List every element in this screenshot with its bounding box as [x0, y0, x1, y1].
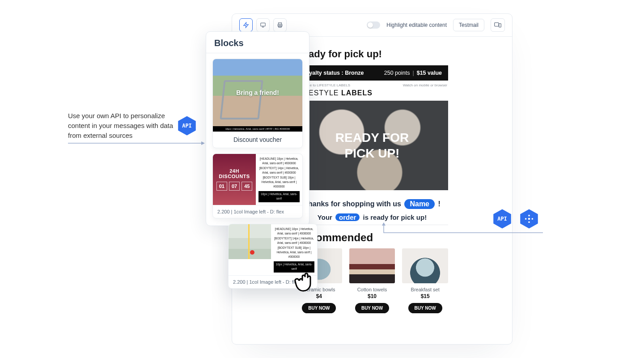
- svg-point-15: [528, 218, 530, 220]
- bolt-icon: [243, 22, 249, 28]
- testmail-button[interactable]: Testmail: [453, 19, 484, 31]
- block-map-thumbnail: [229, 224, 271, 259]
- blocks-panel: Blocks Bring a friend! 16px | Helvetica,…: [206, 31, 309, 226]
- divider: [206, 53, 309, 53]
- block-hero-meta: 16px | Helvetica, Arial, sans-serif | #F…: [213, 126, 302, 132]
- annotation-api-text: Use your own API to personalize content …: [68, 111, 175, 140]
- responsive-button[interactable]: [491, 18, 505, 32]
- product-price: $10: [349, 293, 395, 299]
- points-text: 250 points: [384, 70, 410, 76]
- product-name: Breakfast set: [402, 287, 448, 292]
- desktop-preview-button[interactable]: [256, 18, 270, 32]
- buy-now-button[interactable]: BUY NOW: [302, 303, 336, 313]
- brand-bold: LABELS: [341, 89, 373, 97]
- email-hero-image: READY FOR PICK UP!: [296, 101, 448, 190]
- product-image-towels: [349, 248, 395, 283]
- value-text: $15 value: [417, 70, 442, 76]
- block-row: 24H DISCOUNTS 01 07 45 [HEADLINE] 18px |…: [213, 154, 302, 205]
- product-price: $15: [402, 293, 448, 299]
- toolbar-left: [239, 18, 287, 32]
- inspector-tab-button[interactable]: [239, 18, 253, 32]
- loyalty-bar: Loyalty status : Bronze 250 points|$15 v…: [296, 65, 448, 81]
- sub-post: is ready for pick up!: [361, 213, 427, 221]
- highlight-toggle-label: Highlight editable content: [386, 22, 447, 28]
- order-line: Your order is ready for pick up!: [296, 213, 448, 221]
- spec-footer: 16px | Helvetica, Arial, sans-serif: [258, 191, 300, 202]
- svg-point-19: [532, 218, 534, 220]
- thanks-line: Thanks for shopping with us Name !: [296, 199, 448, 209]
- svg-rect-11: [499, 24, 501, 27]
- thanks-block: Thanks for shopping with us Name ! Your …: [296, 190, 448, 225]
- email-title: Ready for pick up!: [296, 46, 448, 65]
- svg-point-16: [528, 215, 530, 217]
- spec-headline: [HEADLINE] 18px | Helvetica, Arial, sans…: [274, 227, 314, 236]
- countdown-digit: 07: [229, 182, 240, 191]
- print-button[interactable]: [273, 18, 287, 32]
- devices-icon: [494, 22, 501, 28]
- svg-rect-4: [261, 23, 266, 26]
- loyalty-points-value: 250 points|$15 value: [384, 70, 442, 76]
- highlight-toggle[interactable]: [367, 21, 380, 29]
- countdown-l2: DISCOUNTS: [219, 174, 250, 179]
- brand-logo: LIFESTYLE LABELS: [296, 88, 448, 97]
- svg-rect-10: [495, 23, 499, 26]
- buy-now-button[interactable]: BUY NOW: [355, 303, 389, 313]
- block-specs: [HEADLINE] 18px | Helvetica, Arial, sans…: [256, 154, 302, 205]
- api-hex-badge-right: API: [492, 209, 513, 229]
- spec-headline: [HEADLINE] 18px | Helvetica, Arial, sans…: [258, 157, 300, 166]
- thanks-post: !: [438, 200, 440, 208]
- buy-now-button[interactable]: BUY NOW: [408, 303, 442, 313]
- grab-cursor-icon: [291, 265, 319, 294]
- spec-sub: [BODYTEXT SUB] 18px | Helvetica, Arial, …: [258, 175, 300, 189]
- block-hero-image: Bring a friend!: [213, 59, 302, 126]
- api-label: API: [182, 123, 192, 129]
- spec-bodytext: [BODYTEXT] 14px | Helvetica, Arial, sans…: [274, 236, 314, 246]
- product-name: Cotton towels: [349, 287, 395, 292]
- svg-marker-1: [201, 141, 205, 145]
- integration-hex-badge: [519, 209, 539, 229]
- arrow-left: [68, 141, 205, 145]
- order-token-pill[interactable]: order: [335, 213, 360, 221]
- countdown-digits: 01 07 45: [216, 182, 253, 191]
- svg-point-17: [528, 222, 530, 223]
- loyalty-status: Loyalty status : Bronze: [302, 70, 364, 76]
- spec-sub: [BODYTEXT SUB] 18px | Helvetica, Arial, …: [274, 246, 314, 260]
- block-footer: 2.200 | 1col Image left - D: flex: [213, 205, 302, 218]
- svg-marker-3: [244, 22, 249, 28]
- block-hero-text: Bring a friend!: [236, 89, 279, 96]
- email-top-meta: Welcome to LIFESTYLE LABELS Watch on mob…: [296, 81, 448, 88]
- product-card: Breakfast set $15 BUY NOW: [402, 248, 448, 313]
- api-hex-badge-left: API: [177, 115, 197, 136]
- print-icon: [277, 22, 283, 28]
- spec-bodytext: [BODYTEXT] 14px | Helvetica, Arial, sans…: [258, 166, 300, 175]
- name-token-pill[interactable]: Name: [404, 199, 435, 209]
- product-price: $4: [296, 293, 342, 299]
- countdown-title: 24H DISCOUNTS: [219, 168, 250, 179]
- block-card-voucher[interactable]: Bring a friend! 16px | Helvetica, Arial,…: [212, 59, 303, 148]
- countdown-digit: 45: [242, 182, 252, 191]
- svg-marker-12: [382, 222, 386, 226]
- block-caption: Discount voucher: [213, 132, 302, 148]
- svg-point-18: [525, 218, 527, 220]
- sub-pre: Your: [318, 213, 334, 221]
- hero-text: READY FOR PICK UP!: [335, 130, 409, 161]
- blocks-panel-title: Blocks: [206, 32, 309, 53]
- product-card: Cotton towels $10 BUY NOW: [349, 248, 395, 313]
- countdown-panel: 24H DISCOUNTS 01 07 45: [213, 154, 256, 205]
- block-card-countdown[interactable]: 24H DISCOUNTS 01 07 45 [HEADLINE] 18px |…: [212, 153, 303, 218]
- countdown-l1: 24H: [229, 168, 239, 174]
- watch-link[interactable]: Watch on mobile or browser: [403, 83, 447, 87]
- hero-line1: READY FOR: [335, 131, 409, 145]
- product-image-breakfast: [402, 248, 448, 283]
- desktop-icon: [260, 22, 266, 28]
- hero-line2: PICK UP!: [345, 146, 400, 160]
- thanks-pre: Thanks for shopping with us: [304, 200, 403, 208]
- api-label: API: [497, 216, 507, 222]
- toolbar-right: Highlight editable content Testmail: [367, 18, 505, 32]
- countdown-digit: 01: [216, 182, 227, 191]
